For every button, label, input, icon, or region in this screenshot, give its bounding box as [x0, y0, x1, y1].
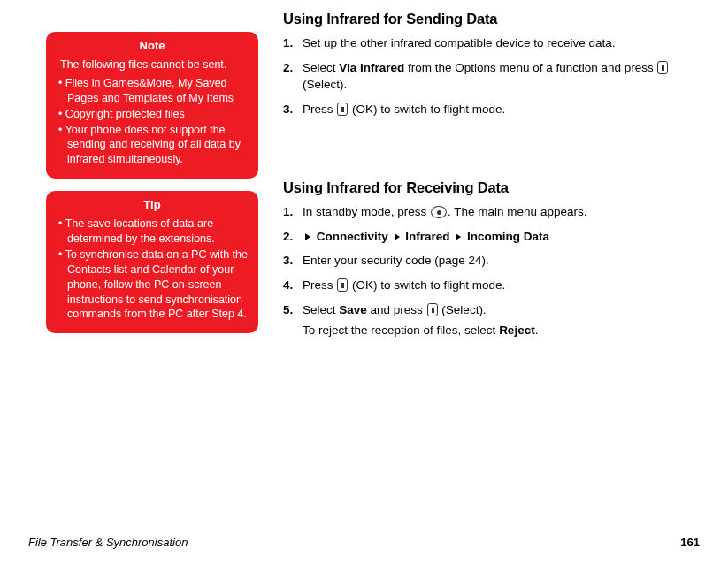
note-title: Note — [55, 39, 249, 52]
step-text: Select — [303, 303, 339, 316]
receiving-step-2: Connectivity Infrared Incoming Data — [283, 228, 700, 246]
step-text: from the Options menu of a function and … — [404, 61, 656, 74]
receiving-steps: In standby mode, press . The main menu a… — [283, 203, 700, 339]
sending-heading: Using Infrared for Sending Data — [283, 11, 700, 27]
step-text: In standby mode, press — [303, 205, 430, 218]
note-bullet: Files in Games&More, My Saved Pages and … — [58, 76, 248, 106]
sending-step-3: Press (OK) to switch to flight mode. — [283, 101, 700, 118]
step-text: (Select). — [439, 303, 487, 316]
softkey-icon — [657, 61, 668, 74]
center-key-icon — [431, 206, 447, 218]
step-text: . — [535, 323, 539, 337]
footer-page-number: 161 — [680, 536, 700, 549]
tip-title: Tip — [55, 198, 249, 211]
page-footer: File Transfer & Synchronisation 161 — [28, 536, 700, 549]
note-intro: The following files cannot be sent. — [60, 57, 248, 72]
step-text: To reject the reception of files, select — [303, 323, 499, 337]
tip-box: Tip The save locations of data are deter… — [46, 191, 258, 333]
sending-step-2: Select Via Infrared from the Options men… — [283, 59, 700, 94]
note-list: Files in Games&More, My Saved Pages and … — [55, 76, 249, 167]
nav-item: Infrared — [405, 230, 449, 243]
arrow-icon — [456, 233, 461, 240]
step-bold: Save — [339, 303, 367, 316]
main-content: Using Infrared for Sending Data Set up t… — [283, 11, 700, 346]
tip-bullet: The save locations of data are determine… — [58, 217, 248, 247]
step-text: (OK) to switch to flight mode. — [349, 278, 505, 292]
step-text: . The main menu appears. — [448, 205, 586, 218]
receiving-section: Using Infrared for Receiving Data In sta… — [283, 179, 700, 339]
footer-section-title: File Transfer & Synchronisation — [28, 536, 188, 549]
tip-list: The save locations of data are determine… — [55, 217, 249, 322]
arrow-icon — [305, 233, 310, 240]
step-subtext: To reject the reception of files, select… — [303, 322, 700, 339]
sending-steps: Set up the other infrared compatible dev… — [283, 34, 700, 118]
receiving-step-3: Enter your security code (page 24). — [283, 252, 700, 270]
softkey-icon — [337, 278, 348, 292]
step-text: Select — [303, 61, 339, 74]
receiving-step-4: Press (OK) to switch to flight mode. — [283, 277, 700, 294]
step-text: Set up the other infrared compatible dev… — [303, 36, 615, 49]
receiving-step-1: In standby mode, press . The main menu a… — [283, 203, 700, 221]
step-bold: Via Infrared — [339, 61, 404, 74]
note-bullet: Your phone does not support the sending … — [58, 123, 248, 168]
sidebar: Note The following files cannot be sent.… — [46, 11, 258, 346]
arrow-icon — [395, 233, 400, 240]
tip-bullet: To synchronise data on a PC with the Con… — [58, 247, 248, 322]
step-text: Press — [303, 103, 336, 116]
softkey-icon — [427, 303, 438, 316]
step-text: Enter your security code (page 24). — [303, 254, 489, 267]
note-box: Note The following files cannot be sent.… — [46, 32, 258, 179]
step-bold: Reject — [499, 323, 535, 337]
step-text: and press — [367, 303, 426, 316]
step-text: (OK) to switch to flight mode. — [349, 103, 505, 116]
receiving-heading: Using Infrared for Receiving Data — [283, 179, 700, 196]
nav-item: Incoming Data — [467, 230, 549, 243]
receiving-step-5: Select Save and press (Select). To rejec… — [283, 301, 700, 339]
nav-item: Connectivity — [317, 230, 388, 243]
softkey-icon — [337, 103, 348, 116]
note-bullet: Copyright protected files — [58, 107, 248, 122]
step-text: (Select). — [303, 78, 347, 91]
step-text: Press — [303, 278, 336, 292]
sending-section: Using Infrared for Sending Data Set up t… — [283, 11, 700, 118]
sending-step-1: Set up the other infrared compatible dev… — [283, 34, 700, 52]
